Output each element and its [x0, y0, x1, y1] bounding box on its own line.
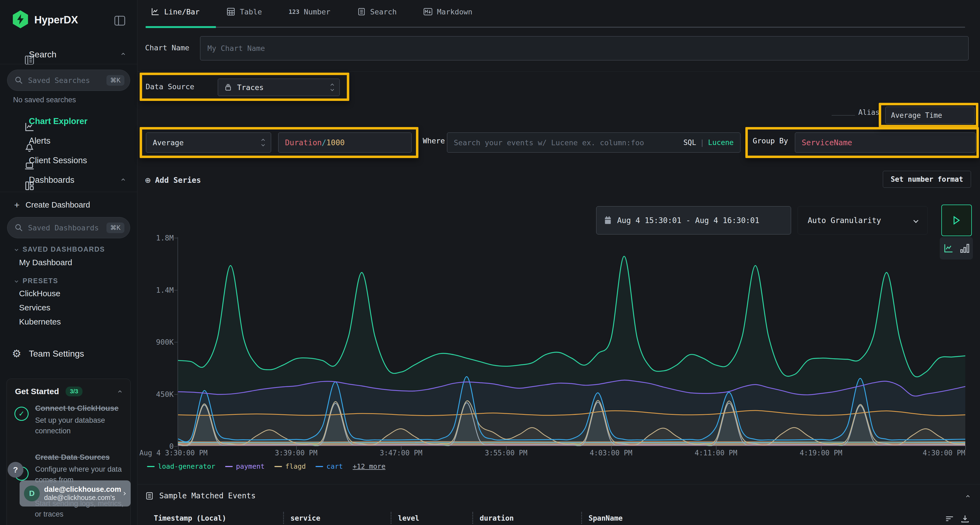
granularity-select[interactable]: Auto Granularity: [798, 206, 928, 235]
main-content: Line/Bar Table 123 Number Search Markdow…: [137, 0, 980, 525]
sql-mode-toggle[interactable]: SQL: [683, 138, 696, 147]
column-header-service[interactable]: service: [290, 514, 320, 522]
y-tick-mark: [174, 290, 178, 290]
table-options-icon[interactable]: [945, 514, 954, 523]
presets-header[interactable]: PRESETS: [15, 277, 58, 285]
chevron-up-icon: [121, 178, 125, 182]
sidebar-item-services[interactable]: Services: [19, 303, 50, 312]
hyperdx-logo-icon: [12, 10, 29, 28]
sidebar-item-dashboards[interactable]: Dashboards: [0, 173, 137, 188]
run-query-button[interactable]: [941, 205, 972, 236]
number-123-icon: 123: [288, 8, 299, 15]
sidebar-item-team-settings[interactable]: ⚙ Team Settings: [0, 346, 137, 361]
alias-connector-line: [832, 115, 855, 116]
chart-name-input[interactable]: My Chart Name: [200, 36, 969, 60]
app-title: HyperDX: [34, 14, 78, 26]
alias-label: Alias: [858, 108, 880, 116]
expression-field: Duration: [285, 138, 322, 147]
download-icon[interactable]: [960, 514, 970, 524]
tab-track: [146, 27, 965, 28]
user-email: dale@clickhouse.com: [44, 485, 123, 494]
legend-item[interactable]: cart: [315, 462, 343, 470]
where-label: Where: [423, 136, 445, 145]
add-series-button[interactable]: ⊕ Add Series: [145, 174, 201, 186]
line-chart-icon: [151, 7, 160, 16]
progress-badge: 3/3: [65, 387, 83, 397]
no-saved-searches-text: No saved searches: [13, 96, 76, 104]
sidebar-item-clickhouse[interactable]: ClickHouse: [19, 289, 60, 298]
expression-operator: /: [322, 138, 326, 147]
timeseries-chart[interactable]: [178, 238, 965, 446]
y-tick-mark: [174, 342, 178, 343]
user-menu[interactable]: D dale@clickhouse.com dale@clickhouse.co…: [20, 481, 130, 506]
column-header-timestamp[interactable]: Timestamp (Local): [154, 514, 226, 522]
saved-searches-input[interactable]: Saved Searches ⌘K: [7, 70, 130, 91]
chart-type-tabbar: Line/Bar Table 123 Number Search Markdow…: [137, 0, 980, 28]
sidebar-item-my-dashboard[interactable]: My Dashboard: [19, 258, 72, 267]
chart-name-label: Chart Name: [145, 43, 189, 52]
sidebar-item-chart-explorer[interactable]: Chart Explorer: [0, 114, 137, 129]
sidebar-section-search[interactable]: Search: [0, 47, 137, 62]
data-source-select[interactable]: Traces: [218, 79, 340, 96]
sidebar-item-kubernetes[interactable]: Kubernetes: [19, 317, 61, 327]
y-tick-mark: [174, 238, 178, 238]
group-by-input[interactable]: ServiceName: [795, 132, 976, 152]
column-separator[interactable]: [581, 512, 582, 524]
column-header-duration[interactable]: duration: [480, 514, 514, 522]
y-tick-mark: [174, 394, 178, 395]
tab-line-bar[interactable]: Line/Bar: [151, 7, 200, 16]
legend-more-link[interactable]: +12 more: [353, 462, 385, 470]
saved-dashboards-input[interactable]: Saved Dashboards ⌘K: [7, 217, 130, 238]
tab-markdown[interactable]: Markdown: [423, 8, 472, 16]
check-circle-icon: ✓: [14, 407, 29, 421]
sidebar: HyperDX Search Saved Searches ⌘K No save…: [0, 0, 137, 525]
collapse-panel-icon[interactable]: [966, 495, 970, 499]
column-separator[interactable]: [283, 512, 284, 524]
sidebar-item-alerts[interactable]: Alerts: [0, 133, 137, 149]
shortcut-badge: ⌘K: [107, 222, 124, 233]
time-range-input[interactable]: Aug 4 15:30:01 - Aug 4 16:30:01: [596, 206, 791, 235]
y-tick-mark: [174, 446, 178, 447]
search-icon: [14, 223, 23, 232]
column-header-level[interactable]: level: [398, 514, 419, 522]
aggregation-select[interactable]: Average: [146, 132, 271, 152]
plus-circle-icon: ⊕: [145, 174, 151, 186]
get-started-item[interactable]: Connect to ClickHouse Set up your databa…: [35, 403, 122, 436]
tab-number[interactable]: 123 Number: [288, 8, 330, 16]
sidebar-item-client-sessions[interactable]: Client Sessions: [0, 153, 137, 168]
expression-input[interactable]: Duration/1000: [278, 132, 412, 152]
alias-input[interactable]: Average Time: [885, 106, 975, 124]
chevron-down-icon: [15, 279, 18, 282]
table-icon: [226, 7, 235, 16]
column-separator[interactable]: [472, 512, 473, 524]
set-number-format-button[interactable]: Set number format: [883, 171, 971, 188]
column-separator[interactable]: [391, 512, 391, 524]
create-dashboard-button[interactable]: + Create Dashboard: [14, 200, 90, 210]
where-input[interactable]: Search your events w/ Lucene ex. column:…: [447, 132, 740, 152]
calendar-icon: [604, 216, 612, 225]
lucene-mode-toggle[interactable]: Lucene: [708, 138, 733, 147]
chevron-up-icon: [121, 53, 125, 56]
tab-table[interactable]: Table: [226, 7, 262, 16]
document-lines-icon: [357, 7, 366, 16]
play-icon: [953, 216, 961, 225]
shortcut-badge: ⌘K: [107, 75, 124, 86]
group-by-label: Group By: [753, 136, 788, 145]
legend-item[interactable]: payment: [225, 462, 265, 470]
sample-events-header[interactable]: Sample Matched Events: [145, 491, 256, 500]
collapse-sidebar-icon[interactable]: [114, 15, 126, 26]
markdown-icon: [423, 8, 433, 16]
chart-legend: load-generator payment flagd cart +12 mo…: [147, 462, 385, 470]
column-header-spanname[interactable]: SpanName: [589, 514, 622, 522]
gear-icon: ⚙: [12, 347, 23, 360]
chevron-right-icon: [122, 492, 126, 495]
select-updown-icon: [331, 84, 334, 90]
tab-search[interactable]: Search: [357, 7, 397, 16]
help-button[interactable]: ?: [8, 462, 24, 477]
chevron-down-icon: [913, 218, 918, 223]
legend-item[interactable]: flagd: [274, 462, 306, 470]
saved-dashboards-header[interactable]: SAVED DASHBOARDS: [15, 245, 105, 253]
legend-item[interactable]: load-generator: [147, 462, 215, 470]
chevron-up-icon[interactable]: [118, 390, 122, 394]
document-lines-icon: [145, 492, 154, 500]
